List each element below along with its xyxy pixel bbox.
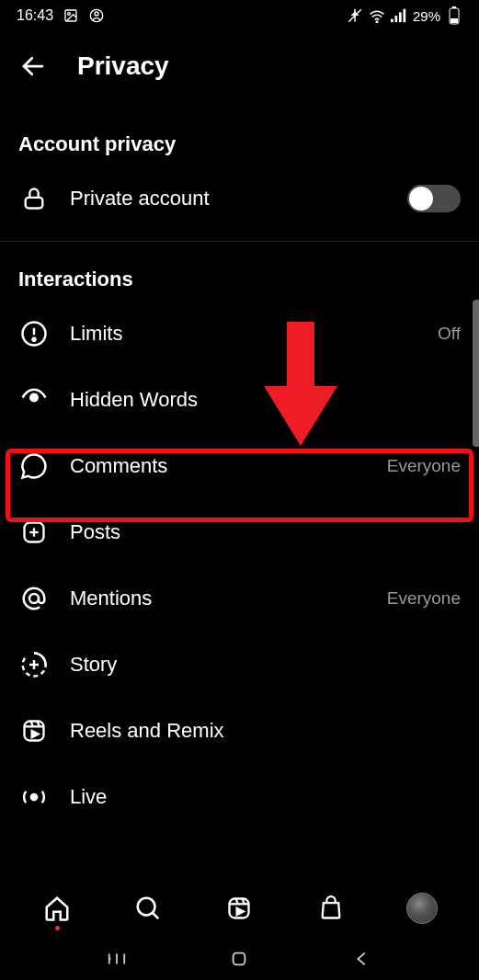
row-limits[interactable]: Limits Off	[0, 301, 479, 367]
row-comments[interactable]: Comments Everyone	[0, 433, 479, 499]
nav-reels[interactable]	[221, 890, 257, 927]
nav-shop[interactable]	[313, 890, 349, 927]
svg-point-3	[95, 12, 98, 16]
toggle-knob	[409, 187, 433, 211]
svg-rect-42	[234, 953, 245, 965]
nav-home-dot	[55, 926, 60, 930]
svg-marker-29	[32, 731, 39, 737]
row-live[interactable]: Live	[0, 764, 479, 830]
page-title: Privacy	[77, 51, 169, 81]
svg-marker-37	[237, 908, 244, 915]
search-icon	[134, 895, 162, 922]
posts-label: Posts	[70, 520, 461, 544]
alert-circle-icon	[18, 318, 50, 349]
svg-rect-14	[26, 198, 43, 209]
back-button[interactable]	[15, 48, 51, 85]
comments-value: Everyone	[387, 456, 461, 476]
status-time: 16:43	[17, 7, 53, 24]
sys-back[interactable]	[348, 944, 377, 974]
row-reels[interactable]: Reels and Remix	[0, 698, 479, 764]
section-title-interactions: Interactions	[0, 242, 479, 301]
reels-icon	[18, 715, 50, 746]
shop-icon	[318, 895, 344, 921]
plus-square-icon	[18, 517, 50, 548]
svg-point-1	[68, 13, 71, 16]
row-story[interactable]: Story	[0, 632, 479, 698]
svg-point-18	[30, 394, 38, 402]
image-indicator-icon	[63, 7, 79, 24]
recents-icon	[107, 949, 127, 969]
svg-point-31	[138, 898, 155, 916]
system-nav	[0, 938, 479, 980]
story-icon	[18, 649, 50, 680]
status-right: 29%	[347, 7, 462, 24]
svg-rect-11	[452, 6, 456, 8]
mentions-label: Mentions	[70, 587, 367, 610]
signal-icon	[391, 7, 407, 24]
svg-rect-12	[450, 18, 458, 23]
svg-point-5	[376, 21, 378, 23]
comments-label: Comments	[70, 454, 367, 478]
hidden-eye-icon	[18, 384, 50, 416]
back-arrow-icon	[19, 52, 47, 80]
status-left: 16:43	[17, 7, 105, 24]
private-account-label: Private account	[70, 187, 387, 211]
nav-search[interactable]	[130, 890, 166, 927]
sys-home-icon	[229, 949, 249, 969]
limits-value: Off	[438, 324, 461, 344]
live-icon	[18, 781, 50, 813]
lock-icon	[18, 183, 50, 214]
battery-icon	[446, 7, 462, 24]
svg-rect-8	[399, 12, 402, 22]
scrollbar[interactable]	[473, 300, 479, 447]
private-account-toggle[interactable]	[407, 185, 461, 212]
bottom-nav	[0, 879, 479, 938]
status-bar: 16:43 29%	[0, 0, 479, 31]
profile-indicator-icon	[88, 7, 105, 24]
live-label: Live	[70, 785, 461, 809]
nav-profile[interactable]	[404, 890, 440, 927]
limits-label: Limits	[70, 322, 417, 346]
sys-recents[interactable]	[102, 944, 131, 974]
home-icon	[43, 895, 71, 922]
svg-point-30	[31, 794, 37, 800]
row-hidden-words[interactable]: Hidden Words	[0, 367, 479, 433]
comment-icon	[18, 450, 50, 482]
story-label: Story	[70, 653, 461, 677]
nav-home[interactable]	[39, 890, 75, 927]
mentions-value: Everyone	[387, 588, 461, 609]
svg-line-32	[153, 913, 158, 918]
row-posts[interactable]: Posts	[0, 499, 479, 565]
page-header: Privacy	[0, 31, 479, 107]
screen: 16:43 29%	[0, 0, 479, 980]
svg-rect-9	[403, 9, 405, 22]
sys-back-icon	[352, 949, 372, 969]
wifi-icon	[369, 7, 385, 24]
svg-point-22	[29, 594, 39, 603]
sys-home[interactable]	[224, 944, 254, 974]
row-private-account[interactable]: Private account	[0, 165, 479, 232]
row-mentions[interactable]: Mentions Everyone	[0, 565, 479, 632]
reels-nav-icon	[226, 895, 252, 921]
avatar-icon	[406, 893, 438, 924]
battery-percent: 29%	[413, 8, 440, 24]
reels-label: Reels and Remix	[70, 719, 461, 743]
hidden-words-label: Hidden Words	[70, 388, 461, 412]
svg-rect-6	[391, 19, 393, 23]
svg-rect-7	[394, 16, 397, 22]
section-title-account-privacy: Account privacy	[0, 107, 479, 165]
at-icon	[18, 583, 50, 614]
svg-point-17	[33, 338, 36, 341]
mute-icon	[347, 7, 363, 24]
